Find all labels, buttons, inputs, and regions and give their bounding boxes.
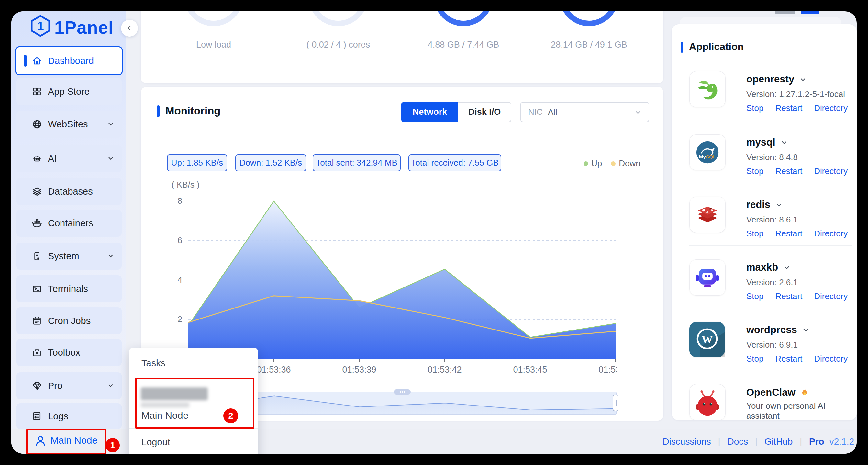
menu-item-logout[interactable]: Logout (142, 437, 170, 447)
flame-icon (800, 388, 810, 397)
list-icon (31, 411, 42, 422)
discussions-link[interactable]: Discussions (662, 436, 711, 447)
sidebar-item-system[interactable]: System (16, 242, 122, 270)
sidebar-item-label: Cron Jobs (48, 315, 91, 326)
svg-text:01:53:45: 01:53:45 (513, 365, 547, 372)
restart-link[interactable]: Restart (775, 166, 803, 176)
svg-text:01:53:39: 01:53:39 (342, 365, 376, 372)
chevron-down-icon[interactable] (799, 75, 807, 84)
nic-select[interactable]: NIC All (520, 102, 649, 122)
app-version: Version: 8.6.1 (746, 215, 798, 225)
menu-item-tasks[interactable]: Tasks (142, 358, 165, 369)
load-gauge (184, 11, 243, 26)
total-received-badge: Total received: 7.55 GB (408, 154, 501, 171)
chevron-down-icon (634, 108, 642, 117)
sidebar-item-terminals[interactable]: Terminals (16, 275, 122, 302)
disk-gauge (559, 11, 619, 26)
nic-select-value: All (548, 107, 557, 117)
chevron-down-icon[interactable] (782, 263, 791, 272)
pro-link[interactable]: Pro (809, 436, 824, 447)
svg-text:W: W (702, 333, 713, 345)
tab-disk-io[interactable]: Disk I/O (458, 102, 512, 122)
chevron-down-icon[interactable] (780, 138, 788, 146)
app-logo-text: 1Panel (54, 17, 114, 38)
divider (689, 371, 852, 371)
footer-links: Discussions | Docs | GitHub | Pro v2.1.2 (662, 429, 854, 454)
app-version: Version: 1.27.1.2-5-1-focal (746, 89, 845, 99)
monitoring-title: Monitoring (165, 105, 220, 117)
svg-text:01:53:36: 01:53:36 (257, 365, 291, 372)
app-window: 1 1Panel Dashboard App Store (11, 11, 857, 454)
divider (689, 308, 852, 308)
diamond-icon (31, 380, 42, 391)
sidebar-item-logs[interactable]: Logs (16, 403, 122, 429)
sidebar-item-label: Toolbox (48, 347, 80, 358)
chart-legend: Up Down (584, 159, 641, 168)
sidebar-item-toolbox[interactable]: Toolbox (16, 339, 122, 366)
layers-icon (31, 186, 42, 197)
svg-text:1: 1 (37, 20, 44, 33)
legend-up-dot (584, 161, 588, 166)
sidebar-item-dashboard[interactable]: Dashboard (15, 46, 123, 75)
docs-link[interactable]: Docs (727, 436, 748, 447)
chevron-down-icon[interactable] (802, 326, 810, 334)
sidebar-item-label: App Store (48, 86, 90, 97)
directory-link[interactable]: Directory (814, 229, 847, 239)
directory-link[interactable]: Directory (814, 354, 847, 364)
sidebar-item-databases[interactable]: Databases (16, 178, 122, 205)
cpu-gauge (308, 11, 368, 26)
restart-link[interactable]: Restart (775, 354, 803, 364)
sidebar-item-label: Databases (48, 186, 93, 197)
sidebar-collapse-button[interactable] (121, 20, 138, 37)
version-label[interactable]: v2.1.2 (830, 436, 854, 447)
calendar-icon (31, 315, 42, 326)
directory-link[interactable]: Directory (814, 166, 847, 176)
restart-link[interactable]: Restart (775, 229, 803, 239)
wordpress-icon: W (689, 322, 725, 357)
stop-link[interactable]: Stop (746, 166, 764, 176)
application-title: Application (689, 41, 744, 53)
docker-whale-icon (31, 218, 42, 229)
y-axis-unit: ( KB/s ) (172, 180, 200, 190)
annotation-badge-2: 2 (223, 408, 238, 423)
brush-right-handle[interactable] (613, 395, 618, 411)
directory-link[interactable]: Directory (814, 103, 847, 113)
y-tick: 4 (167, 275, 182, 285)
chevron-down-icon[interactable] (775, 200, 783, 209)
home-icon (31, 55, 42, 66)
section-accent-bar (157, 105, 160, 117)
legend-up-label: Up (591, 159, 602, 168)
app-actions: Stop Restart Directory (746, 166, 847, 176)
tab-network[interactable]: Network (401, 102, 458, 122)
nic-select-label: NIC (528, 107, 543, 117)
sidebar-item-app-store[interactable]: App Store (16, 78, 122, 105)
stop-link[interactable]: Stop (746, 103, 764, 113)
maxkb-icon (689, 259, 725, 296)
restart-link[interactable]: Restart (775, 291, 803, 301)
sidebar-item-pro[interactable]: Pro (16, 372, 122, 399)
sidebar-item-containers[interactable]: Containers (16, 209, 122, 237)
sidebar-item-ai[interactable]: AI (16, 145, 122, 172)
stop-link[interactable]: Stop (746, 291, 764, 301)
divider (689, 245, 852, 246)
y-tick: 6 (167, 235, 182, 245)
legend-down-label: Down (619, 159, 640, 168)
svg-text:MySQL: MySQL (699, 154, 716, 159)
brush-drag-grip[interactable] (394, 389, 411, 395)
stop-link[interactable]: Stop (746, 229, 764, 239)
sidebar-item-label: System (48, 251, 79, 262)
section-accent-bar (681, 42, 683, 53)
app-subtitle: Your own personal AI assistant (746, 401, 857, 420)
sidebar-item-label: Logs (48, 411, 68, 422)
footer-separator: | (800, 437, 802, 447)
terminal-icon (31, 283, 42, 294)
sidebar-item-websites[interactable]: WebSites (16, 110, 122, 138)
directory-link[interactable]: Directory (814, 291, 847, 301)
github-link[interactable]: GitHub (765, 436, 793, 447)
stop-link[interactable]: Stop (746, 354, 764, 364)
sidebar-item-label: Pro (48, 380, 62, 391)
memory-gauge (434, 11, 493, 26)
app-version: Version: 8.4.8 (746, 152, 798, 162)
restart-link[interactable]: Restart (775, 103, 803, 113)
sidebar-item-cron-jobs[interactable]: Cron Jobs (16, 307, 122, 334)
